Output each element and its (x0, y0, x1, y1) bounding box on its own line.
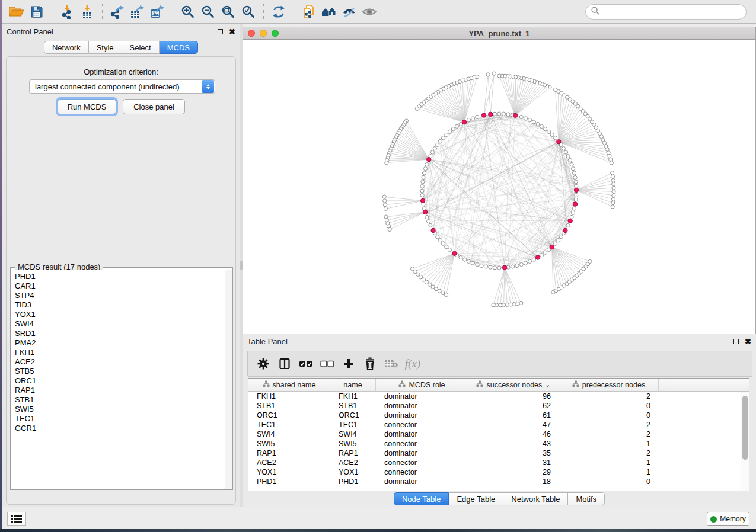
table-cell[interactable]: ACE2 (330, 458, 376, 467)
mcds-result-item[interactable]: FKH1 (11, 348, 225, 357)
table-cell[interactable]: 43 (468, 439, 559, 448)
table-cell[interactable]: RAP1 (248, 448, 330, 458)
save-session-button[interactable] (27, 2, 47, 21)
table-cell[interactable]: TEC1 (248, 420, 330, 430)
search-input[interactable] (600, 6, 746, 18)
table-cell[interactable]: STB1 (248, 401, 330, 411)
open-file-button[interactable] (7, 2, 27, 21)
table-cell[interactable]: dominator (376, 392, 468, 401)
table-cell[interactable]: 0 (559, 401, 659, 411)
delete-column-button[interactable] (362, 356, 378, 371)
table-cell[interactable]: PHD1 (248, 477, 330, 486)
table-cell[interactable]: PHD1 (330, 477, 376, 486)
table-row[interactable]: ORC1ORC1dominator610 (248, 411, 741, 420)
show-all-button[interactable] (359, 2, 379, 21)
import-table-button[interactable] (77, 2, 97, 21)
table-cell[interactable]: dominator (376, 411, 468, 420)
table-row[interactable]: YOX1YOX1connector291 (248, 467, 741, 477)
mcds-result-item[interactable]: ORC1 (11, 376, 225, 386)
column-header-successor-nodes[interactable]: successor nodes⌄ (468, 379, 559, 391)
mcds-result-item[interactable]: SWI4 (11, 319, 225, 329)
table-cell[interactable]: STB1 (330, 401, 376, 411)
tab-mcds[interactable]: MCDS (160, 41, 198, 54)
table-cell[interactable]: ACE2 (248, 458, 330, 467)
tab-network-table[interactable]: Network Table (503, 492, 568, 505)
column-header-predecessor-nodes[interactable]: predecessor nodes (559, 379, 659, 391)
table-cell[interactable]: 1 (559, 458, 659, 467)
table-cell[interactable]: connector (376, 439, 468, 448)
mcds-result-item[interactable]: YOX1 (11, 310, 225, 319)
table-cell[interactable]: 47 (468, 420, 559, 430)
table-row[interactable]: STB1STB1dominator620 (248, 401, 741, 411)
table-row[interactable]: SWI4SWI4dominator462 (248, 430, 741, 439)
table-cell[interactable]: FKH1 (330, 392, 376, 401)
table-cell[interactable]: FKH1 (248, 392, 330, 401)
mcds-result-item[interactable]: RAP1 (11, 386, 225, 395)
table-row[interactable]: PHD1PHD1dominator180 (248, 477, 741, 486)
mcds-result-item[interactable]: CAR1 (11, 281, 225, 291)
table-cell[interactable]: dominator (376, 477, 468, 486)
zoom-selected-button[interactable] (238, 2, 259, 21)
network-window-titlebar[interactable]: YPA_prune.txt_1 (243, 27, 756, 40)
table-cell[interactable]: RAP1 (330, 448, 376, 458)
table-cell[interactable]: 35 (468, 448, 559, 458)
table-cell[interactable]: 18 (468, 477, 559, 486)
table-cell[interactable]: 1 (559, 467, 659, 477)
table-cell[interactable]: 61 (468, 411, 559, 420)
table-cell[interactable]: connector (376, 467, 468, 477)
zoom-in-button[interactable] (178, 2, 198, 21)
table-scrollbar-thumb[interactable] (742, 396, 748, 460)
table-cell[interactable]: 2 (559, 430, 659, 439)
mcds-result-item[interactable]: PMA2 (11, 338, 225, 348)
table-row[interactable]: RAP1RAP1dominator352 (248, 448, 741, 458)
mcds-list-scrollbar[interactable] (225, 270, 232, 489)
table-cell[interactable]: 0 (559, 477, 659, 486)
table-cell[interactable]: 31 (468, 458, 559, 467)
table-cell[interactable]: ORC1 (248, 411, 330, 420)
tab-style[interactable]: Style (89, 41, 122, 54)
table-row[interactable]: FKH1FKH1dominator962 (248, 392, 741, 401)
tab-network[interactable]: Network (44, 41, 89, 54)
table-row[interactable]: SWI5SWI5connector431 (248, 439, 741, 448)
mcds-result-list[interactable]: PHD1CAR1STP4TID3YOX1SWI4SRD1PMA2FKH1ACE2… (11, 270, 225, 489)
search-box[interactable] (585, 4, 747, 20)
task-history-button[interactable] (7, 512, 26, 526)
first-neighbors-button[interactable] (319, 2, 339, 21)
table-cell[interactable]: SWI5 (330, 439, 376, 448)
table-cell[interactable]: YOX1 (248, 467, 330, 477)
mcds-result-item[interactable]: STP4 (11, 291, 225, 300)
export-network-button[interactable] (107, 2, 127, 21)
mcds-result-item[interactable]: GCR1 (11, 424, 225, 433)
hide-selected-button[interactable] (339, 2, 359, 21)
table-cell[interactable]: dominator (376, 430, 468, 439)
table-cell[interactable]: 29 (468, 467, 559, 477)
table-cell[interactable]: 46 (468, 430, 559, 439)
table-cell[interactable]: YOX1 (330, 467, 376, 477)
table-cell[interactable]: 2 (559, 392, 659, 401)
mcds-result-item[interactable]: STB5 (11, 367, 225, 376)
table-cell[interactable]: TEC1 (330, 420, 376, 430)
table-cell[interactable]: dominator (376, 448, 468, 458)
table-scrollbar[interactable] (741, 392, 749, 491)
mcds-result-item[interactable]: ACE2 (11, 357, 225, 367)
create-column-button[interactable] (341, 356, 356, 371)
refresh-button[interactable] (269, 2, 289, 21)
export-table-button[interactable] (127, 2, 148, 21)
table-cell[interactable]: 2 (559, 420, 659, 430)
column-header-name[interactable]: name (330, 379, 376, 391)
column-visibility-button[interactable] (277, 356, 292, 371)
tab-motifs[interactable]: Motifs (568, 492, 605, 505)
mcds-result-item[interactable]: SRD1 (11, 329, 225, 338)
zoom-out-button[interactable] (198, 2, 218, 21)
table-cell[interactable]: SWI4 (330, 430, 376, 439)
mcds-result-item[interactable]: PHD1 (11, 272, 225, 281)
mcds-result-item[interactable]: STB1 (11, 395, 225, 405)
select-all-button[interactable] (298, 356, 314, 371)
table-cell[interactable]: 96 (468, 392, 559, 401)
tab-select[interactable]: Select (122, 41, 160, 54)
column-header-shared-name[interactable]: shared name (248, 379, 330, 391)
table-row[interactable]: ACE2ACE2connector311 (248, 458, 741, 467)
float-table-panel-icon[interactable] (733, 339, 739, 344)
table-cell[interactable]: connector (376, 458, 468, 467)
column-header-MCDS-role[interactable]: MCDS role (376, 379, 468, 391)
